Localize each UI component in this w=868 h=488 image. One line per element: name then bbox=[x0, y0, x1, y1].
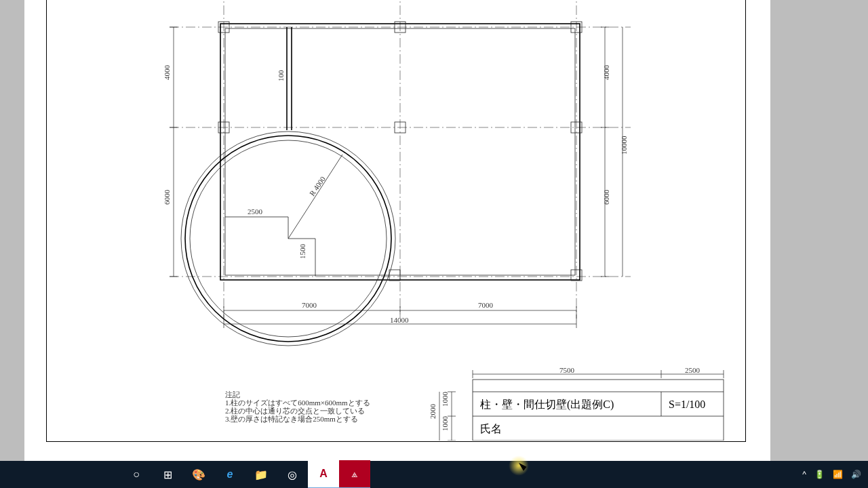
svg-text:柱・壁・間仕切壁(出題例C): 柱・壁・間仕切壁(出題例C) bbox=[480, 399, 614, 411]
taskbar-explorer-icon[interactable]: 📁 bbox=[245, 461, 277, 488]
drawing-notes: 注記 1.柱のサイズはすべて600mm×600mmとする 2.柱の中心は通り芯の… bbox=[225, 390, 370, 424]
svg-text:S=1/100: S=1/100 bbox=[669, 399, 705, 410]
taskbar-edge-icon[interactable]: e bbox=[214, 461, 245, 488]
tray-battery-icon[interactable]: 🔋 bbox=[814, 470, 825, 479]
tray-volume-icon[interactable]: 🔊 bbox=[851, 470, 861, 479]
system-tray[interactable]: ^ 🔋 📶 🔊 bbox=[802, 470, 868, 479]
svg-text:6000: 6000 bbox=[163, 190, 171, 205]
taskbar-autocad-icon[interactable]: A bbox=[308, 460, 339, 488]
taskbar-taskview-icon[interactable]: ⊞ bbox=[152, 461, 183, 488]
svg-rect-52 bbox=[473, 380, 724, 441]
svg-text:2.柱の中心は通り芯の交点と一致している: 2.柱の中心は通り芯の交点と一致している bbox=[225, 407, 365, 415]
svg-text:14000: 14000 bbox=[390, 316, 409, 324]
svg-text:4000: 4000 bbox=[163, 65, 171, 81]
svg-text:7500: 7500 bbox=[559, 366, 575, 374]
tray-wifi-icon[interactable]: 📶 bbox=[833, 470, 843, 479]
dim-right: 4000 6000 10000 bbox=[601, 27, 628, 277]
taskbar-chrome-icon[interactable]: ◎ bbox=[277, 461, 308, 488]
svg-text:3.壁の厚さは特記なき場合250mmとする: 3.壁の厚さは特記なき場合250mmとする bbox=[225, 415, 358, 424]
svg-text:7000: 7000 bbox=[478, 301, 494, 309]
svg-text:1000: 1000 bbox=[441, 416, 449, 432]
svg-text:氏名: 氏名 bbox=[480, 423, 502, 434]
svg-text:10000: 10000 bbox=[620, 136, 628, 155]
svg-text:注記: 注記 bbox=[225, 390, 240, 399]
dim-inner-h: 1500 bbox=[298, 244, 307, 260]
dim-partition: 100 bbox=[277, 70, 285, 81]
cad-drawing: R 4000 2500 1500 100 4000 6000 4000 6000… bbox=[68, 0, 746, 441]
taskbar: ○ ⊞ 🎨 e 📁 ◎ A ⟁ ^ 🔋 📶 🔊 bbox=[0, 461, 868, 488]
svg-line-25 bbox=[288, 155, 342, 239]
dim-inner-w: 2500 bbox=[248, 207, 263, 216]
taskbar-paint-icon[interactable]: 🎨 bbox=[183, 461, 214, 488]
svg-text:7000: 7000 bbox=[302, 301, 317, 309]
svg-text:4000: 4000 bbox=[602, 65, 610, 81]
svg-text:2500: 2500 bbox=[685, 366, 701, 374]
dim-radius: R 4000 bbox=[308, 175, 328, 198]
svg-text:2000: 2000 bbox=[429, 404, 437, 420]
svg-text:6000: 6000 bbox=[602, 190, 610, 205]
viewport: R 4000 2500 1500 100 4000 6000 4000 6000… bbox=[0, 0, 868, 488]
taskbar-acrobat-icon[interactable]: ⟁ bbox=[339, 460, 370, 488]
taskbar-cortana-icon[interactable]: ○ bbox=[121, 461, 152, 488]
tray-up-icon[interactable]: ^ bbox=[802, 470, 806, 479]
dim-left: 4000 6000 bbox=[163, 27, 178, 277]
title-block: 7500 2500 1000 1000 2000 柱・壁・間仕切壁(出題例C) … bbox=[429, 366, 724, 441]
svg-text:1000: 1000 bbox=[441, 392, 449, 407]
